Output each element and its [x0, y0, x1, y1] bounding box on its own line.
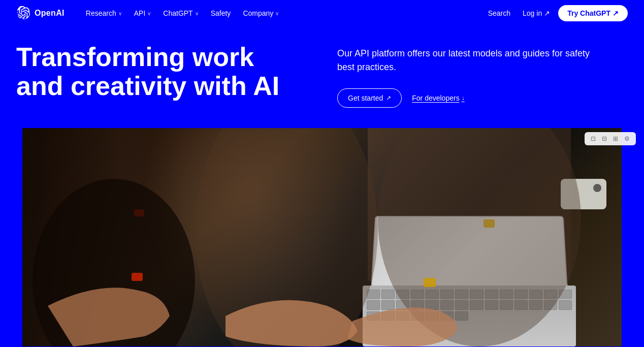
chatgpt-chevron-icon: ∨ [195, 11, 199, 16]
svg-rect-4 [424, 278, 436, 287]
nav-safety[interactable]: Safety [206, 6, 236, 20]
logo[interactable]: OpenAI [16, 6, 65, 20]
hero-description: Our API platform offers our latest model… [337, 47, 601, 74]
for-developers-arrow-icon: ↓ [462, 94, 465, 102]
try-chatgpt-button[interactable]: Try ChatGPT ↗ [558, 5, 628, 21]
login-button[interactable]: Log in ↗ [519, 6, 554, 20]
api-chevron-icon: ∨ [147, 11, 151, 16]
try-arrow-icon: ↗ [613, 9, 619, 17]
nav-api[interactable]: API ∨ [129, 6, 156, 20]
login-arrow-icon: ↗ [544, 9, 550, 17]
image-toolbar: ⊡ ⊟ ⊞ ⚙ [585, 132, 636, 145]
hero-title: Transforming work and creativity with AI [16, 43, 280, 101]
hero-image [22, 128, 622, 346]
nav-chatgpt[interactable]: ChatGPT ∨ [158, 6, 203, 20]
toolbar-button-3[interactable]: ⊞ [611, 134, 620, 143]
toolbar-button-1[interactable]: ⊡ [589, 134, 598, 143]
hero-buttons: Get started ↗ For developers ↓ [337, 88, 628, 108]
hero-right: Our API platform offers our latest model… [337, 43, 628, 108]
search-button[interactable]: Search [484, 6, 514, 20]
svg-rect-3 [132, 273, 143, 281]
research-chevron-icon: ∨ [118, 11, 122, 16]
openai-logo-icon [16, 6, 30, 20]
company-chevron-icon: ∨ [275, 11, 279, 16]
get-started-arrow-icon: ↗ [386, 94, 391, 102]
nav-research[interactable]: Research ∨ [81, 6, 127, 20]
hero-left: Transforming work and creativity with AI [16, 43, 307, 101]
nav-company[interactable]: Company ∨ [238, 6, 284, 20]
scene-overlay [22, 128, 622, 346]
hero-section: Transforming work and creativity with AI… [0, 26, 644, 128]
nav-actions: Search Log in ↗ Try ChatGPT ↗ [484, 5, 628, 21]
nav-links: Research ∨ API ∨ ChatGPT ∨ Safety Compan… [81, 6, 484, 20]
navbar: OpenAI Research ∨ API ∨ ChatGPT ∨ Safety… [0, 0, 644, 26]
image-section: ⊡ ⊟ ⊞ ⚙ [0, 128, 644, 346]
get-started-button[interactable]: Get started ↗ [337, 88, 402, 108]
brand-name: OpenAI [35, 9, 65, 18]
for-developers-button[interactable]: For developers ↓ [412, 94, 464, 102]
toolbar-settings-button[interactable]: ⚙ [622, 134, 632, 143]
toolbar-button-2[interactable]: ⊟ [600, 134, 609, 143]
